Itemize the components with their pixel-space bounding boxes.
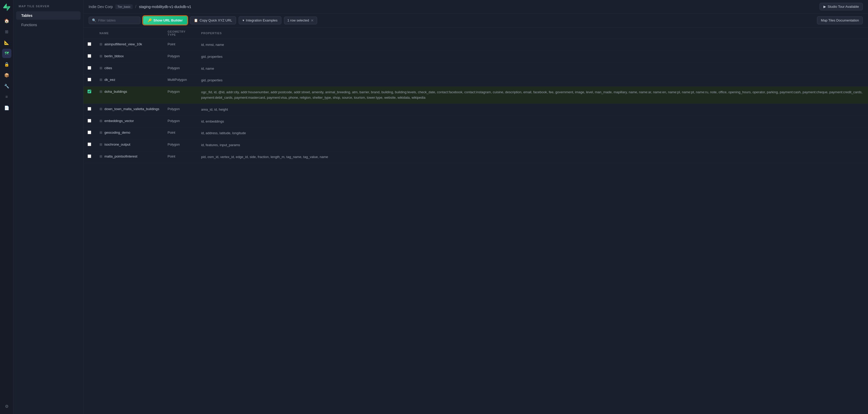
row-name-cell: ⊞down_town_malta_valletta_buildings <box>95 104 163 116</box>
row-checkbox[interactable] <box>88 131 91 134</box>
row-geometry-cell: Point <box>163 127 197 139</box>
show-url-builder-button[interactable]: 🔑 Show URL Builder <box>143 16 187 25</box>
row-name-cell: ⊞berlin_bbbox <box>95 51 163 63</box>
table-row[interactable]: ⊞down_town_malta_valletta_buildingsPolyg… <box>84 104 868 116</box>
search-box[interactable]: 🔍 <box>89 17 141 24</box>
icon-rail: 🏠 ⊞ 📐 🗺 🔒 📦 🔧 ≡ 📄 ⚙ <box>0 0 13 414</box>
row-name-cell: ⊞doha_buildings <box>95 87 163 104</box>
row-checkbox-cell <box>84 63 95 74</box>
nav-table-icon[interactable]: ⊞ <box>2 27 11 36</box>
row-properties-cell: id, features, input_params <box>197 139 868 151</box>
integration-examples-button[interactable]: ▾ Integration Examples <box>239 16 281 24</box>
row-name: aisinputfiltered_view_10k <box>104 42 142 46</box>
table-grid-icon: ⊞ <box>99 131 102 134</box>
studio-tour-button[interactable]: ▶ Studio Tour Available <box>819 3 863 10</box>
sidebar-item-functions[interactable]: Functions <box>16 21 81 29</box>
nav-list-icon[interactable]: ≡ <box>2 92 11 101</box>
row-name: down_town_malta_valletta_buildings <box>104 107 159 111</box>
topbar: Indie Dev Corp Tier_basic / staging-mobi… <box>84 0 868 13</box>
row-name: doha_buildings <box>104 90 127 94</box>
col-checkbox <box>84 28 95 39</box>
chevron-down-icon: ▾ <box>243 19 244 22</box>
row-geometry-cell: Polygon <box>163 116 197 127</box>
row-checkbox[interactable] <box>88 54 91 58</box>
integration-label: Integration Examples <box>246 19 278 22</box>
row-properties-cell: id, address, latitude, longitude <box>197 127 868 139</box>
table-grid-icon: ⊞ <box>99 90 102 94</box>
toolbar: 🔍 🔑 Show URL Builder 📋 Copy Quick XYZ UR… <box>84 13 868 28</box>
row-checkbox[interactable] <box>88 119 91 123</box>
row-checkbox[interactable] <box>88 107 91 110</box>
row-name: berlin_bbbox <box>104 54 124 58</box>
table-container: Name Geometry Type Properties ⊞aisinputf… <box>84 28 868 414</box>
row-checkbox[interactable] <box>88 66 91 70</box>
nav-shield-icon[interactable]: 🔒 <box>2 60 11 69</box>
row-properties-cell: gid, properties <box>197 74 868 87</box>
row-name-cell: ⊞embeddings_vector <box>95 116 163 127</box>
row-name: isochrone_output <box>104 142 130 147</box>
row-checkbox[interactable] <box>88 142 91 146</box>
row-checkbox[interactable] <box>88 78 91 81</box>
row-checkbox-cell <box>84 151 95 163</box>
row-checkbox-cell <box>84 116 95 127</box>
row-name: malta_pointsofinterest <box>104 154 137 158</box>
sidebar: MAP TILE SERVER Tables Functions <box>13 0 84 414</box>
row-properties-cell: id, name <box>197 63 868 74</box>
table-row[interactable]: ⊞geocoding_demoPointid, address, latitud… <box>84 127 868 139</box>
docs-button[interactable]: Map Tiles Documentation <box>817 16 863 24</box>
sidebar-item-tables[interactable]: Tables <box>16 11 81 20</box>
row-checkbox[interactable] <box>88 42 91 46</box>
table-row[interactable]: ⊞doha_buildingsPolygonogc_fid, id, @id, … <box>84 87 868 104</box>
topbar-right: ▶ Studio Tour Available <box>819 3 863 10</box>
row-geometry-cell: Point <box>163 151 197 163</box>
table-row[interactable]: ⊞dk_eezMultiPolygongid, properties <box>84 74 868 87</box>
row-geometry-cell: Point <box>163 39 197 51</box>
row-properties-cell: pid, osm_id, vertex_id, edge_id, side, f… <box>197 151 868 163</box>
table-grid-icon: ⊞ <box>99 66 102 70</box>
table-row[interactable]: ⊞embeddings_vectorPolygonid, embeddings <box>84 116 868 127</box>
row-selected-text: 1 row selected <box>287 19 309 22</box>
app-logo[interactable] <box>3 3 11 11</box>
row-geometry-cell: Polygon <box>163 104 197 116</box>
row-name: geocoding_demo <box>104 131 130 134</box>
topbar-separator: / <box>135 4 136 9</box>
row-checkbox[interactable] <box>88 90 91 93</box>
nav-gear-icon[interactable]: ⚙ <box>2 402 11 411</box>
row-selected-badge: 1 row selected ✕ <box>284 17 317 24</box>
row-name-cell: ⊞aisinputfiltered_view_10k <box>95 39 163 51</box>
show-url-label: Show URL Builder <box>153 19 183 22</box>
studio-tour-label: Studio Tour Available <box>828 5 859 8</box>
row-checkbox-cell <box>84 87 95 104</box>
nav-home-icon[interactable]: 🏠 <box>2 16 11 25</box>
clear-selection-button[interactable]: ✕ <box>311 19 314 23</box>
nav-box-icon[interactable]: 📦 <box>2 70 11 80</box>
search-icon: 🔍 <box>92 19 96 22</box>
row-properties-cell: area_id, id, height <box>197 104 868 116</box>
tier-badge: Tier_basic <box>115 4 132 9</box>
row-name: cities <box>104 66 112 70</box>
nav-function-icon[interactable]: 📐 <box>2 38 11 47</box>
play-icon: ▶ <box>824 5 826 8</box>
table-row[interactable]: ⊞isochrone_outputPolygonid, features, in… <box>84 139 868 151</box>
table-row[interactable]: ⊞citiesPolygonid, name <box>84 63 868 74</box>
table-row[interactable]: ⊞berlin_bbboxPolygongid, properties <box>84 51 868 63</box>
copy-xyz-button[interactable]: 📋 Copy Quick XYZ URL <box>190 16 236 24</box>
table-row[interactable]: ⊞aisinputfiltered_view_10kPointid, mmsi,… <box>84 39 868 51</box>
nav-tag-icon[interactable]: 🔧 <box>2 81 11 91</box>
nav-file-icon[interactable]: 📄 <box>2 103 11 113</box>
table-grid-icon: ⊞ <box>99 78 102 82</box>
nav-map-icon[interactable]: 🗺 <box>2 49 11 58</box>
row-name-cell: ⊞geocoding_demo <box>95 127 163 139</box>
row-checkbox[interactable] <box>88 154 91 158</box>
database-name: staging-mobilitydb-v1-duckdb-v1 <box>139 5 191 9</box>
table-row[interactable]: ⊞malta_pointsofinterestPointpid, osm_id,… <box>84 151 868 163</box>
search-input[interactable] <box>98 19 137 22</box>
tables-table: Name Geometry Type Properties ⊞aisinputf… <box>84 28 868 163</box>
row-geometry-cell: Polygon <box>163 63 197 74</box>
org-name: Indie Dev Corp <box>89 5 113 9</box>
table-grid-icon: ⊞ <box>99 119 102 123</box>
sidebar-section-label: MAP TILE SERVER <box>13 0 83 11</box>
table-grid-icon: ⊞ <box>99 42 102 46</box>
col-properties: Properties <box>197 28 868 39</box>
table-grid-icon: ⊞ <box>99 142 102 147</box>
